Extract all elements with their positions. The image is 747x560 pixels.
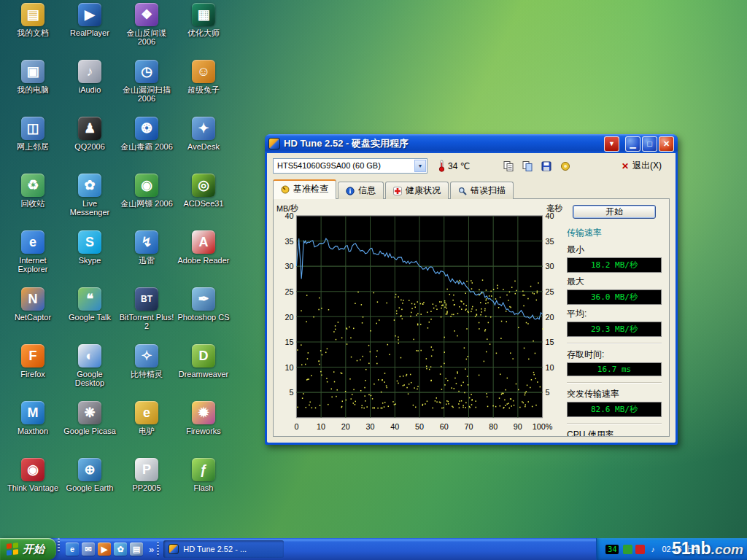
- desktop-icon[interactable]: ◉金山网镖 2006: [118, 174, 175, 230]
- tab-health[interactable]: 健康状况: [385, 182, 449, 199]
- toolbar-handle[interactable]: [157, 542, 159, 556]
- desktop-icon[interactable]: ☺超级兔子: [175, 60, 232, 117]
- media-player-quicklaunch-icon[interactable]: ▶: [98, 542, 111, 556]
- svg-text:20: 20: [546, 312, 554, 321]
- desktop-icon[interactable]: ✧比特精灵: [118, 344, 175, 401]
- desktop-icon-image: ↯: [135, 230, 158, 254]
- task-label: HD Tune 2.52 - ...: [183, 545, 247, 553]
- desktop-icon[interactable]: ❖金山反间谍 2006: [118, 3, 175, 60]
- desktop-icon-image: ƒ: [192, 458, 215, 481]
- desktop-icon[interactable]: ▦优化大师: [175, 3, 232, 60]
- desktop-icon-image: ◉: [135, 174, 158, 197]
- options-button[interactable]: [557, 158, 573, 174]
- min-label: 最小: [567, 244, 662, 256]
- antivirus-tray-icon[interactable]: [635, 545, 645, 554]
- svg-text:25: 25: [546, 287, 554, 296]
- kingsoft-tray-icon[interactable]: [623, 545, 632, 554]
- svg-text:35: 35: [285, 236, 293, 245]
- desktop-icon[interactable]: ♟QQ2006: [61, 117, 118, 174]
- copy-image-icon: [522, 160, 533, 172]
- desktop-icon[interactable]: ◉Think Vantage: [4, 458, 61, 515]
- copy-image-button[interactable]: [519, 158, 535, 174]
- desktop-icon[interactable]: ✦AveDesk: [175, 117, 232, 174]
- desktop-icon[interactable]: MMaxthon: [4, 401, 61, 458]
- desktop-icon[interactable]: ƒFlash: [175, 458, 232, 515]
- volume-tray-icon[interactable]: ♪: [648, 545, 657, 554]
- desktop-icon[interactable]: ◎ACDSee31: [175, 174, 232, 230]
- watermark: 51nb.com: [672, 539, 743, 559]
- desktop-icon[interactable]: BTBitTorrent Plus! 2: [118, 287, 175, 344]
- desktop-icon-image: F: [21, 344, 44, 368]
- taskbar-task-hdtune[interactable]: HD Tune 2.52 - ...: [163, 540, 284, 558]
- messenger-quicklaunch-icon[interactable]: ✿: [114, 542, 127, 556]
- desktop-icon[interactable]: ❂金山毒霸 2006: [118, 117, 175, 174]
- desktop-icon-image: ♻: [21, 174, 44, 197]
- desktop-icon-label: Google Talk: [69, 313, 111, 322]
- desktop-icon[interactable]: FFirefox: [4, 344, 61, 401]
- access-time-label: 存取时间:: [567, 349, 662, 361]
- desktop-icon-label: 我的文档: [17, 28, 49, 37]
- desktop-icon-label: Firefox: [20, 370, 45, 378]
- drive-select[interactable]: HTS541060G9SA00 (60 GB) ▼: [273, 158, 427, 174]
- tab-bar: 基准检查 信息 健康状况: [267, 177, 676, 198]
- desktop-icon[interactable]: ♻回收站: [4, 174, 61, 230]
- save-screenshot-button[interactable]: [538, 158, 554, 174]
- desktop-icon-image: ◐: [78, 344, 101, 368]
- svg-text:5: 5: [546, 388, 550, 397]
- desktop-icon[interactable]: ◷金山漏洞扫描 2006: [118, 60, 175, 117]
- watermark-main: 51nb: [672, 539, 711, 558]
- max-label: 最大: [567, 276, 662, 288]
- desktop-icon[interactable]: NNetCaptor: [4, 287, 61, 344]
- desktop: ▤我的文档▣我的电脑◫网上邻居♻回收站eInternet ExplorerNNe…: [0, 0, 747, 560]
- desktop-icon[interactable]: ◐Google Desktop: [61, 344, 118, 401]
- desktop-icon[interactable]: AAdobe Reader: [175, 230, 232, 287]
- desktop-icon-image: ◎: [192, 174, 215, 197]
- desktop-icon[interactable]: ❝Google Talk: [61, 287, 118, 344]
- toolbar-handle[interactable]: [58, 538, 60, 553]
- minimize-button[interactable]: ▁: [625, 136, 640, 152]
- show-desktop-quicklaunch-icon[interactable]: ▤: [130, 542, 143, 556]
- maximize-button[interactable]: □: [642, 136, 657, 152]
- desktop-icon[interactable]: ↯迅雷: [118, 230, 175, 287]
- desktop-icon[interactable]: ▣我的电脑: [4, 60, 61, 117]
- desktop-icon-image: ◉: [21, 458, 44, 481]
- desktop-icon[interactable]: ✿Live Messenger: [61, 174, 118, 230]
- svg-text:MB/秒: MB/秒: [276, 203, 299, 212]
- hdtune-tray-temp[interactable]: 34: [605, 545, 619, 554]
- update-available-button[interactable]: ▼: [604, 136, 619, 152]
- start-button[interactable]: 开始: [0, 538, 56, 560]
- stats-panel: 开始 传输速率 最小 18.2 MB/秒 最大 36.0 MB/秒 平均: 29…: [564, 203, 666, 435]
- svg-text:10: 10: [285, 362, 293, 371]
- hdtune-task-icon: [169, 544, 179, 554]
- close-button[interactable]: ✕: [659, 136, 674, 152]
- titlebar[interactable]: HD Tune 2.52 - 硬盘实用程序 ▼ ▁ □ ✕: [265, 134, 678, 153]
- desktop-icon[interactable]: ▤我的文档: [4, 3, 61, 60]
- desktop-icon[interactable]: DDreamweaver: [175, 344, 232, 401]
- tab-benchmark[interactable]: 基准检查: [273, 179, 336, 199]
- chevron-icon[interactable]: »: [147, 544, 155, 555]
- desktop-icon[interactable]: ♪iAudio: [61, 60, 118, 117]
- desktop-icon[interactable]: PPP2005: [118, 458, 175, 515]
- internet-explorer-quicklaunch-icon[interactable]: e: [66, 542, 79, 556]
- desktop-icon[interactable]: ◫网上邻居: [4, 117, 61, 174]
- exit-button[interactable]: ✕ 退出(X): [614, 158, 670, 174]
- desktop-icon[interactable]: ❋Google Picasa: [61, 401, 118, 458]
- desktop-icon[interactable]: ⊕Google Earth: [61, 458, 118, 515]
- desktop-icon-label: Google Desktop: [62, 370, 117, 388]
- desktop-icon-image: e: [135, 401, 158, 424]
- desktop-icon-label: Think Vantage: [7, 483, 58, 492]
- desktop-icon[interactable]: SSkype: [61, 230, 118, 287]
- desktop-icon[interactable]: eInternet Explorer: [4, 230, 61, 287]
- desktop-icon[interactable]: ✹Fireworks: [175, 401, 232, 458]
- copy-text-button[interactable]: [500, 158, 516, 174]
- mail-quicklaunch-icon[interactable]: ✉: [82, 542, 95, 556]
- desktop-icon[interactable]: ▶RealPlayer: [61, 3, 118, 60]
- desktop-icon-label: 回收站: [21, 199, 45, 208]
- tab-info[interactable]: 信息: [338, 182, 384, 199]
- start-benchmark-button[interactable]: 开始: [573, 205, 656, 219]
- desktop-icon[interactable]: ✒Photoshop CS: [175, 287, 232, 344]
- tab-error-scan[interactable]: 错误扫描: [450, 182, 514, 199]
- chevron-down-icon[interactable]: ▼: [414, 160, 426, 172]
- desktop-icon-label: 金山毒霸 2006: [120, 142, 173, 151]
- desktop-icon[interactable]: e电驴: [118, 401, 175, 458]
